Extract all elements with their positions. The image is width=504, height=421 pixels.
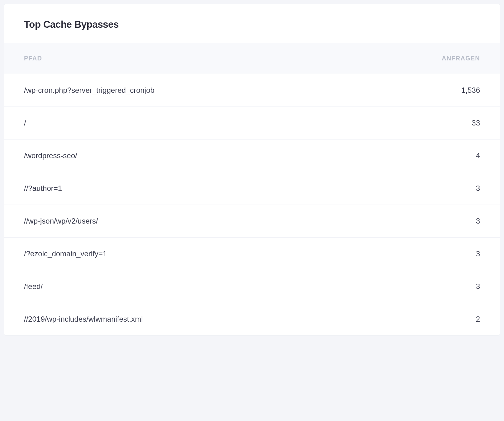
table-row: /?ezoic_domain_verify=13 bbox=[4, 238, 500, 270]
table-row: /wordpress-seo/4 bbox=[4, 140, 500, 172]
table-header-row: PFAD ANFRAGEN bbox=[4, 43, 500, 74]
cell-path: //?author=1 bbox=[4, 172, 344, 205]
cell-path: //2019/wp-includes/wlwmanifest.xml bbox=[4, 303, 344, 336]
table-row: //?author=13 bbox=[4, 172, 500, 205]
table-row: //2019/wp-includes/wlwmanifest.xml2 bbox=[4, 303, 500, 336]
card-header: Top Cache Bypasses bbox=[4, 4, 500, 43]
cell-path: /wordpress-seo/ bbox=[4, 140, 344, 172]
cell-path: / bbox=[4, 107, 344, 140]
card-top-cache-bypasses: Top Cache Bypasses PFAD ANFRAGEN /wp-cro… bbox=[4, 4, 500, 336]
cache-bypass-table: PFAD ANFRAGEN /wp-cron.php?server_trigge… bbox=[4, 43, 500, 335]
card-title: Top Cache Bypasses bbox=[24, 19, 480, 30]
table-row: /wp-cron.php?server_triggered_cronjob1,5… bbox=[4, 74, 500, 107]
column-header-path: PFAD bbox=[4, 43, 344, 74]
cell-requests: 2 bbox=[344, 303, 500, 336]
table-row: /33 bbox=[4, 107, 500, 140]
cell-path: /?ezoic_domain_verify=1 bbox=[4, 238, 344, 270]
cell-requests: 3 bbox=[344, 238, 500, 270]
cell-requests: 3 bbox=[344, 172, 500, 205]
table-row: //wp-json/wp/v2/users/3 bbox=[4, 205, 500, 238]
cell-requests: 1,536 bbox=[344, 74, 500, 107]
table-row: /feed/3 bbox=[4, 270, 500, 303]
cell-requests: 4 bbox=[344, 140, 500, 172]
cell-requests: 3 bbox=[344, 205, 500, 238]
cell-path: /feed/ bbox=[4, 270, 344, 303]
column-header-requests: ANFRAGEN bbox=[344, 43, 500, 74]
cell-path: //wp-json/wp/v2/users/ bbox=[4, 205, 344, 238]
cell-requests: 3 bbox=[344, 270, 500, 303]
cell-requests: 33 bbox=[344, 107, 500, 140]
cell-path: /wp-cron.php?server_triggered_cronjob bbox=[4, 74, 344, 107]
